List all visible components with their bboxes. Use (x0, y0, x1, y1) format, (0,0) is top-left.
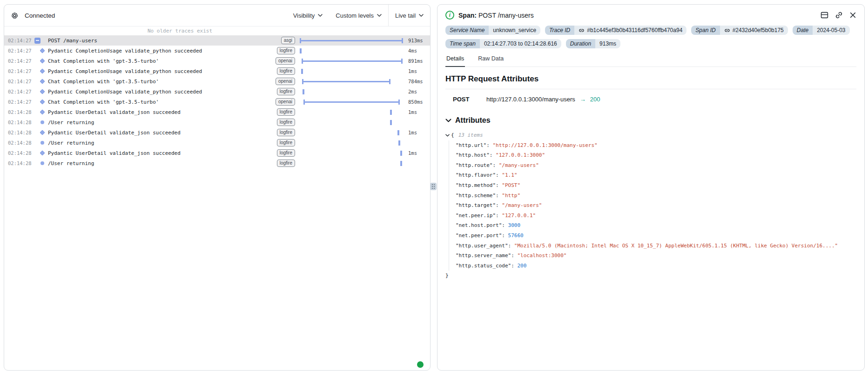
trace-label: /User returning (48, 160, 94, 166)
attributes-section-header[interactable]: Attributes (445, 116, 856, 125)
attribute-key: "http.route": (456, 160, 499, 171)
trace-row[interactable]: 02:14:28Pydantic UserDetail validate_jso… (4, 107, 430, 117)
span-duration: 913ms (405, 38, 428, 43)
trace-timestamp: 02:14:28 (8, 109, 34, 115)
attribute-key: "http.host": (456, 150, 496, 160)
trace-row[interactable]: 02:14:27Pydantic CompletionUsage validat… (4, 86, 430, 97)
attribute-value: 200 (517, 261, 526, 271)
custom-levels-menu[interactable]: Custom levels (329, 5, 388, 26)
json-close-line: } (445, 271, 856, 281)
log-circle-icon (40, 120, 44, 124)
trace-row[interactable]: 02:14:28/User returninglogfire (4, 117, 430, 127)
meta-badge-label: Date (793, 26, 813, 35)
span-duration: 1ms (405, 150, 428, 156)
meta-badge-value-text: 913ms (599, 40, 616, 47)
live-tail-menu[interactable]: Live tail (389, 5, 430, 26)
trace-row[interactable]: 02:14:27Chat Completion with 'gpt-3.5-tu… (4, 97, 430, 107)
attribute-value: 57660 (508, 231, 524, 241)
icon-cell (34, 161, 48, 165)
trace-timestamp: 02:14:27 (8, 48, 34, 53)
timeline-cell (299, 127, 405, 138)
trace-row[interactable]: 02:14:28Pydantic UserDetail validate_jso… (4, 148, 430, 158)
attribute-value: "Mozilla/5.0 (Macintosh; Intel Mac OS X … (514, 241, 838, 251)
trace-label: Pydantic CompletionUsage validate_python… (48, 89, 202, 95)
attribute-key: "http.method": (456, 180, 502, 191)
trace-label: Chat Completion with 'gpt-3.5-turbo' (48, 79, 159, 85)
trace-row[interactable]: 02:14:28/User returninglogfire (4, 138, 430, 148)
span-diamond-icon (40, 48, 45, 53)
items-count: 13 items (458, 130, 483, 140)
trace-row[interactable]: 02:14:27POST /many-usersasgi913ms (4, 35, 430, 46)
tab-details[interactable]: Details (445, 55, 465, 67)
icon-cell (34, 131, 48, 134)
timeline-cell (299, 76, 405, 86)
trace-timestamp: 02:14:27 (8, 89, 34, 94)
connection-status: Connected (25, 12, 55, 19)
trace-timestamp: 02:14:27 (8, 79, 34, 84)
attribute-key: "http.scheme": (456, 191, 502, 201)
visibility-menu[interactable]: Visibility (287, 5, 330, 26)
attribute-value: "http" (502, 191, 520, 201)
span-duration: 4ms (405, 48, 428, 53)
trace-timestamp: 02:14:28 (8, 150, 34, 156)
no-older-traces-notice: No older traces exist (4, 27, 430, 35)
span-diamond-icon (40, 89, 45, 94)
meta-badge: Span ID#2432d40ef5b0b175 (691, 26, 787, 35)
attribute-key: "net.host.port": (456, 220, 508, 231)
info-icon: i (445, 11, 454, 20)
icon-cell (34, 141, 48, 145)
meta-badge: Trace ID#b1c445ef3b0b43116df5760ffb470a9… (545, 26, 686, 35)
source-badge-cell: logfire (268, 108, 295, 116)
meta-badge-label: Service Name (445, 26, 489, 35)
source-badge: logfire (277, 159, 295, 167)
timeline-cell (299, 97, 405, 107)
source-badge-cell: logfire (268, 67, 295, 75)
span-diamond-icon (40, 130, 45, 135)
attribute-value: 3000 (508, 220, 521, 231)
link-icon[interactable] (724, 27, 730, 33)
traces-panel: Connected Visibility Custom levels Live … (4, 4, 431, 371)
source-badge-cell: logfire (268, 47, 295, 54)
timeline-cell (299, 46, 405, 56)
meta-badge-value: 02:14:27.703 to 02:14:28.616 (480, 39, 561, 48)
meta-badge-label: Trace ID (545, 26, 574, 35)
source-badge-cell: openai (268, 78, 295, 85)
icon-cell (34, 38, 48, 44)
span-bar (302, 59, 403, 64)
request-summary: POST http://127.0.0.1:3000/many-users → … (445, 96, 856, 103)
copy-link-icon[interactable] (835, 11, 843, 19)
icon-cell (34, 151, 48, 155)
trace-row[interactable]: 02:14:27Chat Completion with 'gpt-3.5-tu… (4, 56, 430, 66)
tab-raw-data[interactable]: Raw Data (477, 55, 505, 66)
log-circle-icon (40, 141, 44, 145)
trace-timestamp: 02:14:27 (8, 99, 34, 105)
source-badge-cell: asgi (268, 37, 295, 44)
span-title: Span:POST /many-users (458, 12, 534, 19)
span-diamond-icon (40, 99, 45, 104)
meta-badge: Service Nameunknown_service (445, 26, 540, 35)
trace-label: Chat Completion with 'gpt-3.5-turbo' (48, 58, 159, 64)
trace-row[interactable]: 02:14:28/User returninglogfire (4, 158, 430, 168)
link-icon[interactable] (579, 27, 585, 33)
trace-label: /User returning (48, 140, 94, 146)
span-details-panel: i Span:POST /many-users Service Nameunkn… (437, 4, 865, 371)
panel-resize-handle[interactable] (430, 183, 437, 190)
close-icon[interactable] (849, 12, 856, 19)
collapse-toggle-icon[interactable] (34, 38, 40, 44)
open-brace: { (451, 130, 454, 140)
dock-panel-icon[interactable] (821, 11, 828, 19)
meta-badge: Duration913ms (566, 39, 620, 48)
meta-badge-value-text: #b1c445ef3b0b43116df5760ffb470a94 (587, 27, 682, 33)
meta-badge-label: Duration (566, 39, 595, 48)
trace-label: Pydantic CompletionUsage validate_python… (48, 68, 202, 74)
trace-row[interactable]: 02:14:27Pydantic CompletionUsage validat… (4, 66, 430, 76)
trace-row[interactable]: 02:14:27Chat Completion with 'gpt-3.5-tu… (4, 76, 430, 86)
trace-row[interactable]: 02:14:28Pydantic UserDetail validate_jso… (4, 127, 430, 138)
timeline-cell (299, 158, 405, 168)
settings-gear-icon[interactable] (11, 12, 19, 20)
icon-cell (34, 110, 48, 114)
chevron-down-icon[interactable] (445, 134, 450, 137)
request-url: http://127.0.0.1:3000/many-users (486, 96, 575, 103)
span-diamond-icon (40, 68, 45, 73)
trace-row[interactable]: 02:14:27Pydantic CompletionUsage validat… (4, 46, 430, 56)
